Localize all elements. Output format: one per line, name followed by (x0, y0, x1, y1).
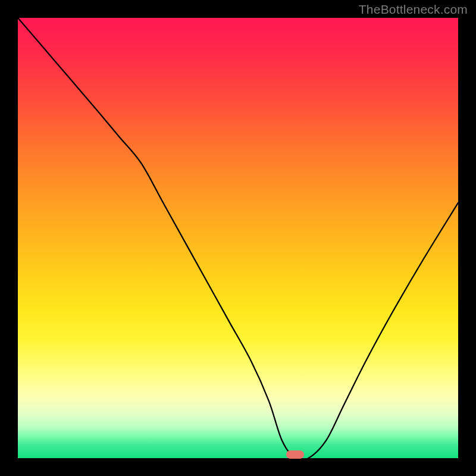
chart-frame: TheBottleneck.com (0, 0, 476, 476)
watermark-text: TheBottleneck.com (359, 2, 468, 17)
optimal-marker (286, 450, 304, 459)
curve-layer (18, 18, 458, 458)
plot-area (18, 18, 458, 458)
bottleneck-curve (18, 18, 458, 458)
